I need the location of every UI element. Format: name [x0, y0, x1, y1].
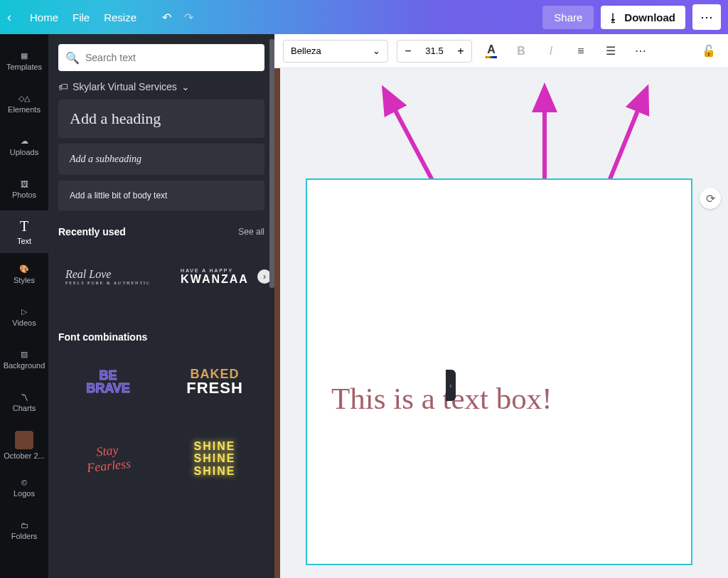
menu-file[interactable]: File [73, 11, 90, 23]
rail-charts[interactable]: 〽Charts [0, 381, 48, 424]
search-icon: 🔍 [65, 51, 80, 65]
photos-icon: 🖼 [21, 180, 28, 188]
rail-styles[interactable]: 🎨Styles [0, 253, 48, 296]
rail-videos[interactable]: ▷Videos [0, 296, 48, 338]
share-button[interactable]: Share [542, 6, 594, 29]
background-icon: ▨ [21, 350, 28, 359]
bold-button[interactable]: B [510, 41, 532, 62]
canvas-area: Belleza ⌄ − + A B I ≡ ☰ ⋯ 🔓 [274, 34, 728, 578]
menu-resize[interactable]: Resize [104, 11, 136, 23]
font-size-stepper: − + [397, 40, 472, 63]
styles-icon: 🎨 [19, 264, 29, 274]
combo-be-brave[interactable]: BEBRAVE [58, 350, 158, 414]
font-size-increase[interactable]: + [450, 45, 471, 58]
download-icon: ⭳ [608, 11, 619, 23]
charts-icon: 〽 [21, 393, 28, 402]
october-thumb-icon [15, 431, 33, 449]
text-panel: 🔍 🏷 Skylark Virtual Services ⌄ Add a hea… [48, 34, 274, 578]
rail-elements[interactable]: ◇△Elements [0, 82, 48, 125]
text-icon: T [20, 218, 28, 235]
search-input[interactable] [85, 52, 257, 63]
italic-button[interactable]: I [540, 41, 562, 62]
videos-icon: ▷ [21, 307, 27, 316]
chevron-down-icon: ⌄ [373, 46, 380, 56]
templates-icon: ▦ [21, 51, 28, 60]
rail-uploads[interactable]: ☁Uploads [0, 125, 48, 168]
add-subheading-button[interactable]: Add a subheading [58, 144, 264, 175]
download-button[interactable]: ⭳ Download [601, 6, 685, 29]
font-size-decrease[interactable]: − [397, 45, 419, 58]
list-button[interactable]: ☰ [600, 41, 621, 62]
add-body-text-button[interactable]: Add a little bit of body text [58, 181, 264, 210]
recent-card-kwanzaa[interactable]: HAVE A HAPPYKWANZAA [165, 245, 264, 309]
see-all-recent[interactable]: See all [238, 227, 264, 237]
rail-background[interactable]: ▨Background [0, 338, 48, 381]
uploads-icon: ☁ [21, 137, 28, 146]
elements-icon: ◇△ [18, 94, 30, 103]
brand-icon: 🏷 [58, 81, 68, 92]
rail-photos[interactable]: 🖼Photos [0, 168, 48, 210]
canvas-page[interactable] [306, 178, 692, 565]
undo-icon[interactable]: ↶ [162, 11, 171, 24]
textbox-element[interactable]: This is a text box! [331, 381, 552, 416]
rail-logos[interactable]: ©Logos [0, 466, 48, 509]
align-button[interactable]: ≡ [570, 41, 592, 62]
more-text-options[interactable]: ⋯ [630, 41, 651, 62]
chevron-down-icon: ⌄ [181, 81, 190, 92]
rail-text[interactable]: TText [0, 210, 48, 253]
combo-stay-fearless[interactable]: StayFearless [58, 427, 158, 491]
font-family-select[interactable]: Belleza ⌄ [283, 40, 388, 63]
lock-button[interactable]: 🔓 [698, 41, 719, 62]
more-button[interactable]: ⋯ [692, 4, 721, 30]
logos-icon: © [21, 478, 27, 487]
add-heading-button[interactable]: Add a heading [58, 100, 264, 138]
panel-collapse-button[interactable]: ‹ [446, 370, 456, 401]
stage-left-strip [274, 68, 280, 578]
panel-scrollbar[interactable] [269, 39, 274, 288]
recently-used-heading: Recently used [58, 226, 126, 237]
folders-icon: 🗀 [21, 521, 28, 530]
rail-october[interactable]: October 2... [0, 424, 48, 466]
redo-icon[interactable]: ↷ [184, 11, 193, 24]
font-size-input[interactable] [419, 46, 450, 56]
stage[interactable]: font controls This is a text box! ⟳ [274, 68, 728, 578]
font-combos-heading: Font combinations [58, 331, 147, 343]
text-color-button[interactable]: A [481, 41, 502, 62]
side-rail: ▦Templates ◇△Elements ☁Uploads 🖼Photos T… [0, 34, 48, 578]
rail-folders[interactable]: 🗀Folders [0, 509, 48, 552]
refresh-canvas-icon[interactable]: ⟳ [700, 188, 721, 209]
combo-baked-fresh[interactable]: BAKEDFRESH [165, 350, 264, 414]
recent-card-real-love[interactable]: Real LoveFEELS PURE & AUTHENTIC [58, 245, 158, 309]
topbar: ‹ Home File Resize ↶ ↷ Share ⭳ Download … [0, 0, 728, 34]
menu-home[interactable]: Home [30, 11, 58, 23]
rail-templates[interactable]: ▦Templates [0, 40, 48, 82]
back-icon[interactable]: ‹ [7, 10, 11, 25]
search-box[interactable]: 🔍 [58, 44, 264, 71]
brand-selector[interactable]: 🏷 Skylark Virtual Services ⌄ [58, 81, 264, 92]
text-toolbar: Belleza ⌄ − + A B I ≡ ☰ ⋯ 🔓 [274, 34, 728, 68]
combo-shine[interactable]: SHINESHINESHINE [165, 427, 264, 491]
